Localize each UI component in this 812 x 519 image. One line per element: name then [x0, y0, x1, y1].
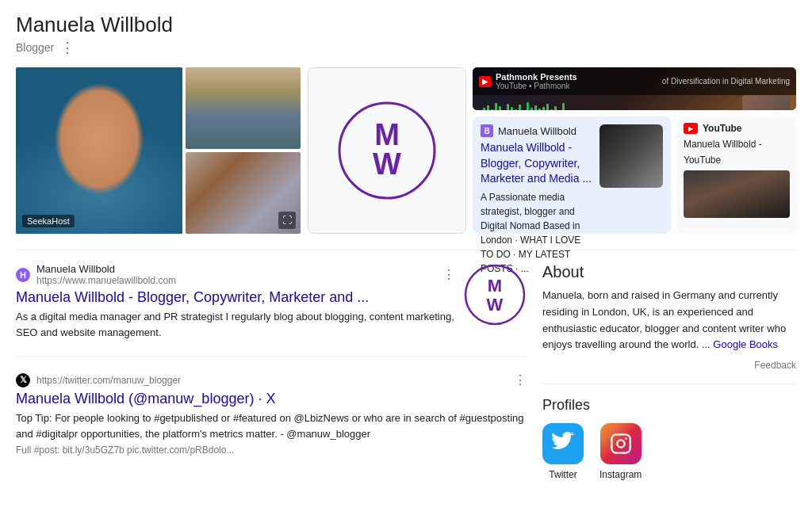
mw-logo-svg: M W: [335, 99, 439, 202]
instagram-label: Instagram: [599, 469, 642, 480]
result-1-favicon: H: [16, 268, 30, 282]
profile-instagram[interactable]: Instagram: [599, 423, 642, 480]
expand-icon[interactable]: ⛶: [278, 212, 296, 229]
twitter-label: Twitter: [549, 469, 576, 480]
yt-mini-header: YouTube: [684, 123, 790, 134]
svg-text:M: M: [488, 276, 502, 296]
yt-mini-subtitle: YouTube: [684, 155, 790, 166]
result-2-header: 𝕏 https://twitter.com/manuw_blogger ⋮: [16, 372, 527, 387]
svg-point-7: [617, 441, 624, 448]
mw-logo-card[interactable]: M W: [308, 67, 466, 234]
yt-mini-label: YouTube: [703, 123, 742, 134]
yt-mini-icon: [684, 123, 698, 134]
svg-rect-6: [611, 435, 630, 453]
gallery-right: ▶ Pathmonk Presents YouTube • Pathmonk o…: [473, 67, 796, 234]
result-2-extra: Full #post: bit.ly/3u5GZ7b pic.twitter.c…: [16, 445, 527, 456]
youtube-card-content: ▶ Pathmonk Presents YouTube • Pathmonk o…: [473, 67, 796, 110]
instagram-icon: [600, 423, 642, 464]
result-1-url: https://www.manuelawillbold.com: [36, 275, 176, 286]
svg-text:W: W: [487, 295, 504, 315]
svg-text:M: M: [374, 118, 400, 151]
header-more-button[interactable]: ⋮: [60, 39, 75, 56]
header: Manuela Willbold Blogger ⋮: [16, 13, 796, 56]
page-title: Manuela Willbold: [16, 13, 796, 37]
info-cards-row: B Manuela Willbold Manuela Willbold - Bl…: [473, 116, 796, 234]
youtube-icon: ▶: [479, 76, 491, 87]
result-1-title[interactable]: Manuela Willbold - Blogger, Copywriter, …: [16, 289, 527, 306]
yt-platform-sub: YouTube • Pathmonk: [496, 82, 577, 90]
gallery-left: SeekaHost ⛶: [16, 67, 301, 234]
info-card-text: B Manuela Willbold Manuela Willbold - Bl…: [481, 124, 593, 226]
yt-top-bar: ▶ Pathmonk Presents YouTube • Pathmonk o…: [473, 67, 796, 95]
right-panel: About Manuela, born and raised in German…: [542, 263, 796, 487]
twitter-icon: [542, 423, 584, 464]
result-1-more-button[interactable]: ⋮: [442, 267, 455, 282]
search-results: M W H Manuela Willbold https://www.manue…: [16, 263, 527, 487]
result-2-more-button[interactable]: ⋮: [514, 372, 527, 387]
result-2-url: https://twitter.com/manuw_blogger: [36, 375, 181, 386]
info-card-header: B Manuela Willbold: [481, 124, 593, 137]
gallery-sub-image-1[interactable]: [186, 67, 301, 149]
manuela-info-card[interactable]: B Manuela Willbold Manuela Willbold - Bl…: [473, 116, 671, 234]
twitter-bird-icon: [551, 432, 575, 456]
yt-platform-label: Pathmonk Presents: [496, 72, 577, 82]
b-favicon: B: [481, 124, 493, 137]
header-subtitle-row: Blogger ⋮: [16, 39, 796, 56]
info-card-title[interactable]: Manuela Willbold - Blogger, Copywriter, …: [481, 140, 593, 187]
about-divider: [542, 384, 796, 384]
svg-point-8: [625, 437, 627, 440]
gallery-sub-image-2[interactable]: ⛶: [186, 152, 301, 234]
yt-mini-title: Manuela Willbold -: [684, 139, 790, 150]
youtube-pathmonk-card[interactable]: ▶ Pathmonk Presents YouTube • Pathmonk o…: [473, 67, 796, 110]
gallery-row: SeekaHost ⛶ M W: [16, 67, 796, 234]
info-card-thumbnail: [599, 124, 663, 188]
result-2-favicon: 𝕏: [16, 373, 30, 387]
subtitle-text: Blogger: [16, 41, 54, 54]
feedback-button[interactable]: Feedback: [542, 360, 796, 371]
profile-twitter[interactable]: Twitter: [542, 423, 584, 480]
main-content: M W H Manuela Willbold https://www.manue…: [16, 263, 796, 487]
about-text: Manuela, born and raised in Germany and …: [542, 288, 796, 353]
yt-waveform: [473, 95, 796, 110]
result-item: 𝕏 https://twitter.com/manuw_blogger ⋮ Ma…: [16, 372, 527, 471]
result-2-desc: Top Tip: For people looking to #getpubli…: [16, 410, 527, 441]
info-site-name: Manuela Willbold: [498, 125, 576, 137]
instagram-camera-icon: [610, 433, 632, 455]
yt-sub-desc: of Diversification in Digital Marketing: [662, 77, 790, 86]
mw-result-svg: M W: [463, 263, 527, 326]
gallery-main-image[interactable]: SeekaHost: [16, 67, 182, 234]
result-1-header: H Manuela Willbold https://www.manuelawi…: [16, 263, 455, 286]
result-1-desc: As a digital media manager and PR strate…: [16, 309, 527, 340]
about-link[interactable]: Google Books: [713, 338, 778, 350]
result-1-container: M W H Manuela Willbold https://www.manue…: [16, 263, 527, 340]
about-title: About: [542, 263, 796, 281]
mw-result-logo[interactable]: M W: [463, 263, 527, 326]
yt-mini-thumbnail: [684, 170, 790, 218]
about-section: About Manuela, born and raised in German…: [542, 263, 796, 371]
result-item: M W H Manuela Willbold https://www.manue…: [16, 263, 527, 357]
result-1-site-name: Manuela Willbold: [36, 263, 176, 275]
image-watermark: SeekaHost: [22, 215, 75, 227]
gallery-divider: [16, 250, 796, 250]
youtube-mini-card[interactable]: YouTube Manuela Willbold - YouTube: [677, 116, 796, 234]
profiles-section: Profiles Twitter: [542, 397, 796, 480]
result-2-title[interactable]: Manuela Willbold (@manuw_blogger) · X: [16, 391, 527, 407]
profiles-title: Profiles: [542, 397, 796, 414]
svg-text:W: W: [373, 147, 401, 181]
gallery-sub-images: ⛶: [186, 67, 301, 234]
profiles-grid: Twitter Instagram: [542, 423, 796, 480]
page: Manuela Willbold Blogger ⋮ SeekaHost ⛶: [0, 0, 812, 519]
